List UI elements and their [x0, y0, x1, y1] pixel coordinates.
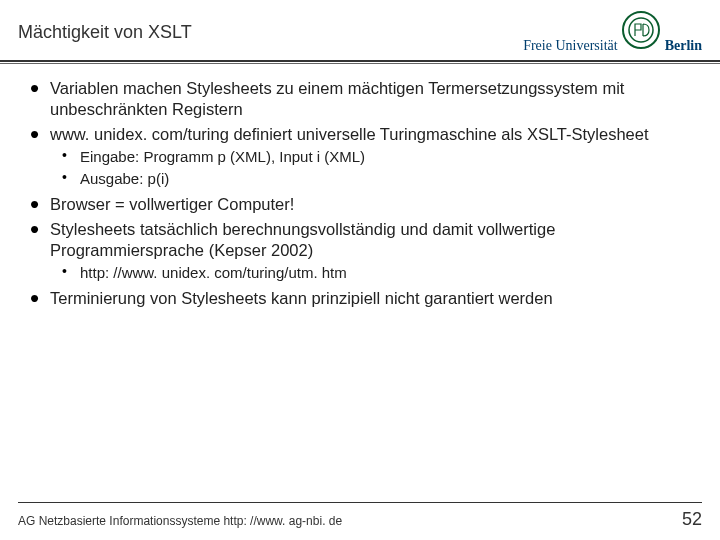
logo-text-bold: Berlin	[665, 38, 702, 53]
page-number: 52	[682, 509, 702, 530]
slide-title: Mächtigkeit von XSLT	[18, 22, 192, 43]
footer-row: AG Netzbasierte Informationssysteme http…	[18, 509, 702, 530]
bullet-item: Variablen machen Stylesheets zu einem mä…	[50, 78, 690, 120]
bullet-text: www. unidex. com/turing definiert univer…	[50, 125, 649, 143]
slide-footer: AG Netzbasierte Informationssysteme http…	[0, 502, 720, 530]
sub-bullet-list: Eingabe: Programm p (XML), Input i (XML)…	[50, 147, 690, 187]
bullet-list: Variablen machen Stylesheets zu einem mä…	[30, 78, 690, 309]
logo-text: Freie Universität Berlin	[523, 10, 702, 54]
logo-text-light: Freie Universität	[523, 38, 617, 53]
bullet-item: Terminierung von Stylesheets kann prinzi…	[50, 288, 690, 309]
header-rule-thick	[0, 60, 720, 62]
sub-bullet-item: Ausgabe: p(i)	[80, 169, 690, 188]
bullet-item: Browser = vollwertiger Computer!	[50, 194, 690, 215]
bullet-text: Stylesheets tatsächlich berechnungsvolls…	[50, 220, 555, 259]
seal-icon	[621, 10, 661, 50]
sub-bullet-item: Eingabe: Programm p (XML), Input i (XML)	[80, 147, 690, 166]
sub-bullet-list: http: //www. unidex. com/turing/utm. htm	[50, 263, 690, 282]
footer-text: AG Netzbasierte Informationssysteme http…	[18, 514, 342, 528]
bullet-item: www. unidex. com/turing definiert univer…	[50, 124, 690, 187]
footer-rule	[18, 502, 702, 503]
sub-bullet-item: http: //www. unidex. com/turing/utm. htm	[80, 263, 690, 282]
university-logo: Freie Universität Berlin	[523, 10, 702, 54]
slide-header: Mächtigkeit von XSLT Freie Universität B…	[0, 0, 720, 60]
bullet-item: Stylesheets tatsächlich berechnungsvolls…	[50, 219, 690, 282]
logo-seal-inline	[621, 38, 665, 53]
slide-content: Variablen machen Stylesheets zu einem mä…	[0, 64, 720, 309]
